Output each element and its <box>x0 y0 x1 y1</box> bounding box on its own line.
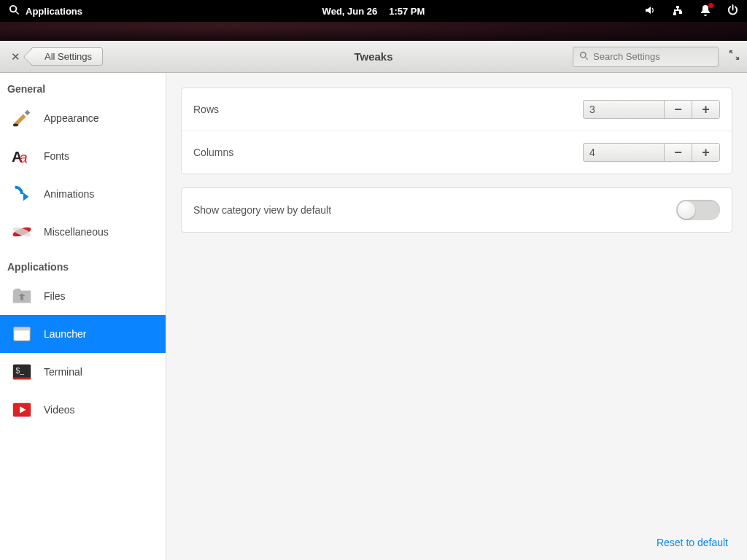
sidebar-item-label: Launcher <box>44 328 86 340</box>
search-icon <box>9 4 20 18</box>
desktop-wallpaper <box>0 22 747 41</box>
window-titlebar: ✕ All Settings Tweaks <box>0 41 747 73</box>
maximize-button[interactable] <box>729 50 740 63</box>
svg-point-0 <box>13 124 19 127</box>
launcher-icon <box>10 322 34 346</box>
svg-rect-6 <box>14 327 31 331</box>
sidebar-item-label: Animations <box>44 188 94 200</box>
columns-setting: Columns − + <box>182 131 732 174</box>
svg-point-4 <box>12 225 32 238</box>
svg-rect-9 <box>13 378 31 380</box>
category-view-label: Show category view by default <box>193 204 676 216</box>
sidebar-item-miscellaneous[interactable]: Miscellaneous <box>0 213 166 251</box>
rows-spinner: − + <box>583 100 720 119</box>
svg-text:a: a <box>19 149 27 166</box>
power-icon[interactable] <box>727 4 738 18</box>
appearance-icon <box>10 106 34 130</box>
rows-setting: Rows − + <box>182 88 732 131</box>
files-icon <box>10 284 34 308</box>
sidebar-item-label: Appearance <box>44 112 99 124</box>
back-button[interactable]: All Settings <box>31 47 103 66</box>
close-button[interactable]: ✕ <box>7 49 23 65</box>
columns-label: Columns <box>193 147 583 158</box>
search-settings-field[interactable] <box>573 47 719 67</box>
videos-icon <box>10 398 34 421</box>
sidebar: General Appearance Aa Fonts Animations M… <box>0 73 166 560</box>
sidebar-item-launcher[interactable]: Launcher <box>0 315 166 353</box>
category-settings-group: Show category view by default <box>181 187 732 233</box>
back-button-label: All Settings <box>44 51 92 62</box>
terminal-icon: $_ <box>10 360 34 384</box>
grid-settings-group: Rows − + Columns − + <box>181 88 732 174</box>
reset-to-default-link[interactable]: Reset to default <box>652 532 732 553</box>
columns-value[interactable] <box>584 144 664 161</box>
sidebar-item-label: Terminal <box>44 366 82 378</box>
sidebar-item-fonts[interactable]: Aa Fonts <box>0 137 166 175</box>
columns-decrement-button[interactable]: − <box>664 144 692 161</box>
sidebar-item-appearance[interactable]: Appearance <box>0 99 166 137</box>
notifications-icon[interactable] <box>700 4 711 18</box>
svg-text:$_: $_ <box>16 367 25 375</box>
window-title: Tweaks <box>354 50 392 63</box>
category-view-setting: Show category view by default <box>182 188 732 232</box>
sidebar-item-animations[interactable]: Animations <box>0 175 166 213</box>
sidebar-section-general: General <box>0 73 166 99</box>
sidebar-item-label: Files <box>44 290 66 302</box>
fonts-icon: Aa <box>10 144 34 168</box>
applications-label: Applications <box>26 6 82 17</box>
rows-increment-button[interactable]: + <box>692 101 719 118</box>
miscellaneous-icon <box>10 220 34 244</box>
rows-value[interactable] <box>584 101 664 118</box>
sidebar-item-label: Fonts <box>44 150 69 162</box>
animations-icon <box>10 182 34 206</box>
clock-date[interactable]: Wed, Jun 26 <box>322 6 378 17</box>
content-pane: Rows − + Columns − + Show category view … <box>166 73 747 560</box>
search-icon <box>579 50 589 63</box>
sidebar-item-videos[interactable]: Videos <box>0 391 166 429</box>
sidebar-item-label: Videos <box>44 404 75 416</box>
clock-time[interactable]: 1:57 PM <box>389 6 425 17</box>
applications-menu[interactable]: Applications <box>9 4 82 18</box>
sidebar-item-terminal[interactable]: $_ Terminal <box>0 353 166 391</box>
volume-icon[interactable] <box>644 4 656 18</box>
sidebar-section-applications: Applications <box>0 251 166 277</box>
rows-decrement-button[interactable]: − <box>664 101 692 118</box>
sidebar-item-label: Miscellaneous <box>44 226 109 238</box>
network-icon[interactable] <box>672 4 684 18</box>
category-view-toggle[interactable] <box>676 200 720 220</box>
sidebar-item-files[interactable]: Files <box>0 277 166 315</box>
search-input[interactable] <box>593 51 712 62</box>
columns-spinner: − + <box>583 143 720 162</box>
columns-increment-button[interactable]: + <box>692 144 719 161</box>
rows-label: Rows <box>193 104 583 115</box>
